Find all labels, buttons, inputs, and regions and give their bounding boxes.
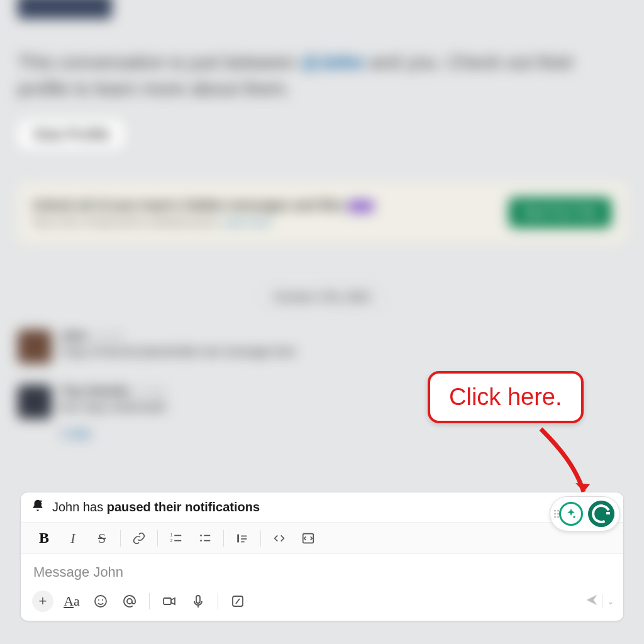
plus-icon: + [32,591,53,612]
svg-rect-19 [196,596,200,603]
svg-text:1: 1 [170,533,173,537]
arrow-annotation [522,423,597,511]
formatting-toggle-button[interactable]: Aa [58,588,85,614]
svg-marker-24 [575,483,590,492]
link-button[interactable] [125,523,153,554]
view-profile-button[interactable]: View Profile [18,119,125,150]
message-composer: John has paused their notifications B I … [20,492,624,621]
date-divider: October 17th, 2023 [260,287,384,308]
drag-handle-icon [554,510,559,518]
code-block-button[interactable] [294,523,323,554]
formatting-toolbar: B I S 12 [21,523,623,554]
svg-text:2: 2 [170,538,173,542]
svg-point-4 [200,535,202,536]
attach-button[interactable]: + [30,588,56,614]
user-mention: @John [301,52,364,72]
strikethrough-button[interactable]: S [87,523,116,554]
divider [223,530,224,547]
avatar [18,0,112,19]
divider [120,530,121,547]
video-button[interactable] [156,588,182,614]
text-format-icon: Aa [64,593,80,609]
ordered-list-button[interactable]: 12 [162,523,191,554]
mention-button[interactable] [116,588,143,614]
dm-intro-text: This conversation is just between @John … [18,49,626,102]
svg-line-22 [236,599,240,604]
send-button[interactable] [585,593,599,609]
avatar [18,385,52,419]
shortcuts-button[interactable] [225,588,251,614]
svg-point-16 [127,599,132,604]
message-input[interactable]: Message John [21,554,623,586]
divider [260,530,261,547]
bell-snooze-icon [31,499,45,516]
svg-rect-17 [164,598,171,604]
svg-point-5 [200,540,202,541]
blockquote-button[interactable] [228,523,257,554]
svg-point-13 [95,596,106,607]
message: John2:47 PM Copy of blurred placeholder … [18,330,626,364]
message-placeholder: Message John [33,564,611,580]
divider [157,530,158,547]
bulleted-list-button[interactable] [191,523,219,554]
divider [218,593,218,609]
upgrade-banner: Unlock all of your team's hidden message… [18,182,626,243]
bold-button[interactable]: B [30,523,58,554]
audio-button[interactable] [185,588,211,614]
composer-actions: + Aa ⌄ [21,586,623,621]
svg-marker-18 [171,598,175,604]
emoji-button[interactable] [87,588,114,614]
start-trial-button[interactable]: Start Free Trial [509,197,611,228]
svg-point-23 [573,516,575,518]
divider [602,594,603,608]
italic-button[interactable]: I [58,523,87,554]
divider [149,593,150,609]
avatar [18,330,52,364]
svg-point-14 [98,599,99,601]
instruction-callout: Click here. [428,371,584,423]
send-options-button[interactable]: ⌄ [607,596,614,606]
code-button[interactable] [265,523,294,554]
svg-point-15 [102,599,103,601]
notification-status-text: John has paused their notifications [52,500,260,514]
